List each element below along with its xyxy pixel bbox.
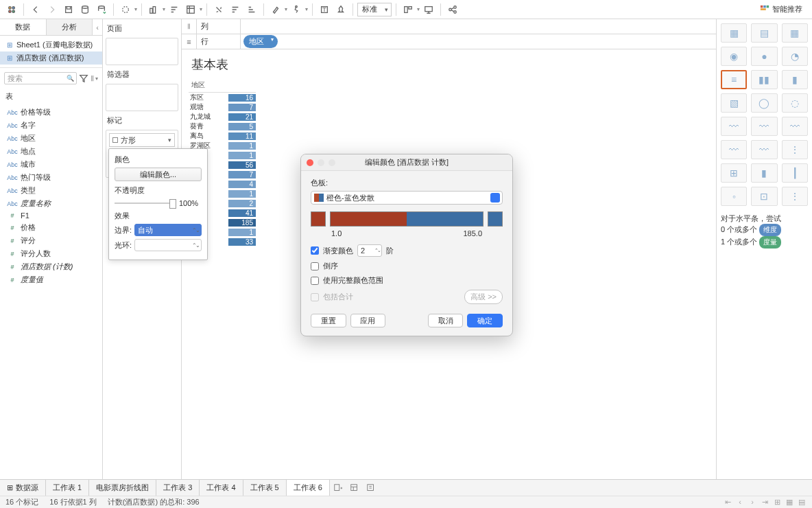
worksheet-tab[interactable]: 电影票房折线图 — [89, 480, 156, 496]
field-item[interactable]: #酒店数据 (计数) — [0, 260, 102, 273]
nav-next-icon[interactable]: › — [748, 498, 757, 507]
datasource-item[interactable]: ⊞酒店数据 (酒店数据) — [0, 51, 102, 65]
refresh-icon[interactable] — [94, 2, 109, 17]
chart-type-thumb[interactable]: ◉ — [721, 47, 747, 66]
worksheet-tab[interactable]: 工作表 4 — [200, 480, 243, 496]
chart-type-thumb[interactable]: ┃ — [782, 163, 808, 183]
field-item[interactable]: #价格 — [0, 221, 102, 234]
field-item[interactable]: Abc类型 — [0, 184, 102, 197]
view-large-icon[interactable]: ▤ — [797, 498, 807, 507]
new-worksheet-tab-icon[interactable] — [330, 480, 346, 496]
datasource-tab[interactable]: ⊞数据源 — [0, 480, 46, 496]
tab-analysis[interactable]: 分析 — [47, 19, 93, 35]
back-icon[interactable] — [28, 2, 43, 17]
collapse-pane-icon[interactable]: ‹ — [93, 19, 102, 35]
chart-type-thumb[interactable]: ▦ — [782, 23, 808, 43]
halo-select[interactable] — [134, 239, 202, 251]
new-story-tab-icon[interactable] — [363, 480, 379, 496]
chart-type-thumb[interactable]: ▤ — [751, 23, 777, 43]
field-item[interactable]: #评分 — [0, 234, 102, 247]
nav-last-icon[interactable]: ⇥ — [760, 498, 769, 507]
group-icon[interactable]: ▾ — [289, 2, 308, 17]
chart-type-thumb[interactable]: ⋮ — [782, 187, 808, 206]
apply-button[interactable]: 应用 — [350, 314, 386, 327]
chart-type-thumb[interactable]: ⋮ — [782, 140, 808, 159]
table-row[interactable]: 九龙城21 — [189, 112, 256, 122]
chart-type-thumb[interactable]: ◌ — [782, 93, 808, 113]
show-cards-icon[interactable]: ▾ — [401, 2, 420, 17]
field-item[interactable]: #度量值 — [0, 273, 102, 286]
fit-select[interactable]: 标准 — [357, 3, 392, 16]
row-pill-region[interactable]: 地区 — [243, 35, 278, 48]
reversed-checkbox[interactable] — [311, 262, 319, 270]
chart-type-thumb[interactable]: ▮▮ — [751, 70, 777, 89]
swap-icon[interactable]: ▾ — [146, 2, 165, 17]
chart-type-thumb[interactable]: 〰 — [721, 117, 747, 136]
opacity-slider[interactable] — [115, 203, 173, 204]
reset-button[interactable]: 重置 — [311, 314, 346, 327]
field-item[interactable]: Abc价格等级 — [0, 106, 102, 119]
worksheet-tab[interactable]: 工作表 6 — [287, 480, 330, 496]
sort-asc2-icon[interactable] — [228, 2, 243, 17]
sort-desc2-icon[interactable] — [244, 2, 259, 17]
field-item[interactable]: #F1 — [0, 210, 102, 221]
chart-type-thumb[interactable]: ▦ — [721, 23, 747, 43]
highlight-icon[interactable]: ▾ — [268, 2, 287, 17]
sort-desc-icon[interactable] — [167, 2, 182, 17]
nav-first-icon[interactable]: ⇤ — [723, 498, 732, 507]
sheet-title[interactable]: 基本表 — [182, 49, 716, 78]
chart-type-thumb[interactable]: ◯ — [751, 93, 777, 113]
datasource-item[interactable]: ⊞Sheet1 (豆瓣电影数据) — [0, 38, 102, 51]
cancel-button[interactable]: 取消 — [428, 314, 464, 327]
advanced-button[interactable]: 高级 >> — [464, 290, 503, 304]
chart-type-thumb[interactable]: ◦ — [721, 187, 747, 206]
share-icon[interactable] — [445, 2, 460, 17]
worksheet-tab[interactable]: 工作表 1 — [46, 480, 89, 496]
chart-type-thumb[interactable]: ⊞ — [721, 163, 747, 183]
palette-select[interactable]: 橙色-蓝色发散 — [311, 191, 503, 205]
table-row[interactable]: 观塘7 — [189, 102, 256, 112]
field-item[interactable]: Abc热门等级 — [0, 171, 102, 184]
view-options-icon[interactable]: ⫴▾ — [91, 73, 98, 83]
field-item[interactable]: Abc城市 — [0, 158, 102, 171]
stepped-checkbox[interactable] — [311, 246, 319, 255]
chart-type-thumb[interactable]: ⊡ — [751, 187, 777, 206]
search-input[interactable]: 搜索 — [4, 72, 77, 84]
table-row[interactable]: 东区16 — [189, 93, 256, 102]
forward-icon[interactable] — [45, 2, 60, 17]
table-row[interactable]: 葵青5 — [189, 122, 256, 131]
nav-prev-icon[interactable]: ‹ — [735, 498, 745, 507]
chart-type-thumb[interactable]: ◔ — [782, 47, 808, 66]
new-worksheet-icon[interactable]: ▾ — [118, 2, 137, 17]
pin-icon[interactable] — [333, 2, 348, 17]
chart-type-thumb[interactable]: 〰 — [721, 140, 747, 159]
gradient-end-swatch[interactable] — [488, 211, 503, 227]
view-med-icon[interactable]: ▦ — [785, 498, 794, 507]
tab-data[interactable]: 数据 — [0, 19, 47, 35]
border-select[interactable]: 自动 — [134, 224, 202, 236]
field-item[interactable]: Abc地点 — [0, 145, 102, 158]
rows-shelf[interactable]: 地区 — [241, 35, 716, 48]
new-data-icon[interactable] — [77, 2, 93, 17]
totals-icon[interactable]: ▾ — [183, 2, 202, 17]
save-icon[interactable] — [61, 2, 76, 17]
worksheet-tab[interactable]: 工作表 5 — [243, 480, 287, 496]
edit-colors-button[interactable]: 编辑颜色... — [115, 168, 202, 181]
field-item[interactable]: Abc名字 — [0, 119, 102, 132]
chart-type-thumb[interactable]: ▧ — [721, 93, 747, 113]
mark-type-select[interactable]: 方形 — [109, 133, 175, 147]
chart-type-thumb[interactable]: ● — [751, 47, 777, 66]
close-icon[interactable] — [307, 159, 313, 166]
gradient-start-swatch[interactable] — [311, 211, 326, 227]
presentation-icon[interactable] — [421, 2, 436, 17]
smart-recommend-button[interactable]: 智能推荐 — [760, 4, 808, 14]
chart-type-thumb[interactable]: 〰 — [751, 117, 777, 136]
field-item[interactable]: Abc度量名称 — [0, 197, 102, 210]
filter-icon[interactable] — [78, 71, 89, 86]
worksheet-tab[interactable]: 工作表 3 — [156, 480, 200, 496]
pages-shelf[interactable] — [106, 38, 178, 65]
ok-button[interactable]: 确定 — [467, 314, 503, 327]
view-small-icon[interactable]: ⊞ — [772, 498, 782, 507]
step-count-stepper[interactable]: 2 — [357, 244, 382, 257]
chart-type-thumb[interactable]: ▮ — [782, 70, 808, 89]
